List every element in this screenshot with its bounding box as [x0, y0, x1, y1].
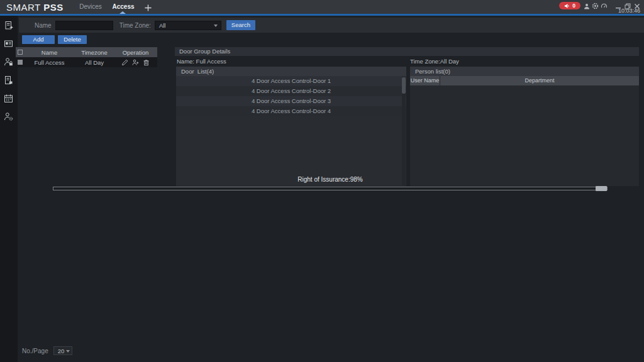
person-list-header: Person list(0)	[410, 67, 639, 76]
calendar-icon[interactable]	[4, 94, 14, 104]
search-bar: Name Time Zone: All Search	[19, 18, 644, 33]
select-all-cell[interactable]	[16, 50, 24, 55]
gauge-icon[interactable]	[601, 3, 608, 9]
table-row[interactable]: Full Access All Day	[16, 57, 157, 67]
row-timezone: All Day	[75, 59, 114, 66]
issuance-progress-bar	[53, 187, 608, 190]
logo-smart: SMART	[6, 2, 40, 13]
new-tab-button[interactable]	[143, 3, 153, 13]
row-operations	[114, 59, 157, 66]
search-button[interactable]: Search	[226, 20, 255, 30]
alarm-count: 0	[572, 3, 575, 9]
row-checkbox[interactable]	[18, 60, 23, 65]
name-label: Name	[35, 22, 52, 29]
titlebar: SMART PSS Devices Access 0	[0, 0, 644, 14]
smartpss-window: SMART PSS Devices Access 0	[0, 0, 644, 362]
row-name: Full Access	[24, 59, 75, 66]
scrollbar-thumb[interactable]	[402, 77, 406, 94]
col-operation: Operation	[114, 49, 157, 56]
timezone-label: Time Zone:	[119, 22, 151, 29]
page-size-value: 20	[58, 348, 65, 354]
chevron-down-icon	[66, 350, 70, 353]
door-list-panel: Door List(4) 4 Door Access Control-Door …	[176, 67, 406, 186]
timezone-select[interactable]: All	[155, 21, 221, 30]
col-timezone: Timezone	[75, 49, 114, 56]
accent-line	[0, 14, 644, 16]
details-timezone: Time Zone:All Day	[410, 58, 459, 65]
page-size-select[interactable]: 20	[53, 346, 72, 355]
details-name: Name: Full Access	[177, 58, 226, 65]
select-all-checkbox[interactable]	[18, 50, 23, 55]
details-title: Door Group Details	[175, 47, 639, 56]
plus-icon	[144, 4, 152, 12]
logo-pss: PSS	[43, 2, 64, 13]
active-tab-notch	[119, 11, 126, 14]
chevron-down-icon	[214, 25, 218, 27]
pagination-bar: No./Page 20	[22, 346, 72, 355]
door-list-item[interactable]: 4 Door Access Control-Door 2	[176, 86, 406, 96]
user-icon[interactable]	[583, 3, 590, 9]
door-list-item[interactable]: 4 Door Access Control-Door 4	[176, 106, 406, 116]
user-settings-icon[interactable]	[4, 112, 14, 122]
edit-icon[interactable]	[121, 59, 128, 66]
door-group-details: Door Group Details Name: Full Access Tim…	[175, 47, 639, 186]
col-name: Name	[24, 49, 75, 56]
add-button[interactable]: Add	[22, 35, 55, 44]
speaker-icon	[564, 3, 570, 9]
person-table-header: User Name Department	[410, 76, 639, 85]
page-size-label: No./Page	[22, 348, 48, 354]
group-table-header: Name Timezone Operation	[16, 47, 157, 57]
col-user-name: User Name	[410, 76, 440, 85]
door-list-item[interactable]: 4 Door Access Control-Door 1	[176, 76, 406, 86]
sidebar	[0, 16, 18, 362]
assign-person-icon[interactable]	[132, 59, 139, 66]
id-card-icon[interactable]	[4, 39, 14, 49]
clock: 10:03:46	[618, 8, 640, 14]
door-list-item[interactable]: 4 Door Access Control-Door 3	[176, 96, 406, 106]
door-list: 4 Door Access Control-Door 1 4 Door Acce…	[176, 76, 406, 116]
row-checkbox-cell[interactable]	[16, 60, 24, 65]
tab-devices[interactable]: Devices	[75, 0, 106, 14]
app-logo: SMART PSS	[6, 2, 64, 13]
timezone-value: All	[159, 22, 166, 29]
issuance-progress-thumb	[596, 186, 607, 191]
gear-icon[interactable]	[592, 3, 599, 9]
issuance-progress-label: Right of Issurance:98%	[31, 176, 629, 183]
alarm-badge[interactable]: 0	[559, 2, 580, 9]
console-icon[interactable]	[4, 21, 14, 31]
delete-icon[interactable]	[143, 59, 150, 66]
delete-button[interactable]: Delete	[58, 35, 87, 44]
user-permission-icon[interactable]	[4, 57, 14, 67]
door-list-header: Door List(4)	[176, 67, 406, 76]
col-department: Department	[440, 76, 639, 85]
door-list-scrollbar[interactable]	[402, 77, 406, 185]
name-input[interactable]	[55, 21, 113, 30]
person-list-panel: Person list(0) User Name Department	[410, 67, 639, 186]
group-table: Name Timezone Operation Full Access All …	[16, 47, 157, 67]
file-permission-icon[interactable]	[4, 75, 14, 85]
